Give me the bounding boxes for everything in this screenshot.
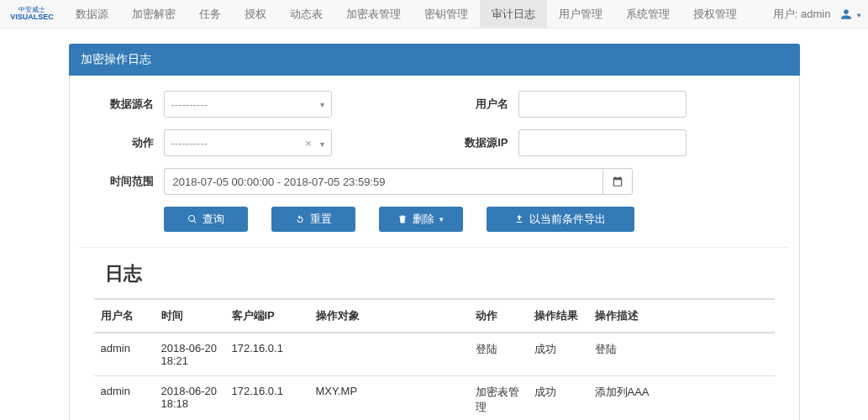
nav-item-10[interactable]: 授权管理 [681, 0, 749, 29]
export-icon [514, 214, 524, 224]
label-datasource: 数据源名 [80, 97, 164, 112]
cell-obj [309, 333, 469, 376]
current-user-label: 用户: admin [773, 7, 831, 22]
cell-user: admin [94, 333, 155, 376]
cell-res: 成功 [528, 376, 588, 421]
col-header: 动作 [469, 299, 528, 333]
cell-obj: MXY.MP [309, 376, 469, 421]
export-button[interactable]: 以当前条件导出 [487, 207, 634, 232]
cell-act: 登陆 [469, 333, 528, 376]
daterange-input[interactable] [164, 168, 602, 195]
col-header: 时间 [155, 299, 225, 333]
log-table-body: admin2018-06-20 18:21172.16.0.1登陆成功登陆adm… [94, 333, 775, 420]
col-header: 操作描述 [588, 299, 775, 333]
table-row: admin2018-06-20 18:21172.16.0.1登陆成功登陆 [94, 333, 775, 376]
cell-time: 2018-06-20 18:21 [155, 333, 225, 376]
label-action: 动作 [80, 135, 164, 150]
label-username: 用户名 [434, 97, 518, 112]
col-header: 用户名 [94, 299, 155, 333]
label-timerange: 时间范围 [80, 174, 164, 189]
brand-logo: 中安威士 VISUALSEC [7, 3, 57, 25]
panel-title: 加密操作日志 [69, 44, 800, 76]
log-table-header: 用户名时间客户端IP操作对象动作操作结果操作描述 [94, 299, 775, 333]
nav-item-3[interactable]: 授权 [233, 0, 278, 29]
nav-items: 数据源加密解密任务授权动态表加密表管理密钥管理审计日志用户管理系统管理授权管理 [64, 0, 749, 29]
nav-item-8[interactable]: 用户管理 [547, 0, 614, 29]
divider [80, 247, 789, 248]
cell-time: 2018-06-20 18:18 [155, 376, 225, 421]
top-navbar: 中安威士 VISUALSEC 数据源加密解密任务授权动态表加密表管理密钥管理审计… [0, 0, 868, 29]
label-ip: 数据源IP [434, 135, 518, 150]
reset-button[interactable]: 重置 [271, 207, 355, 232]
calendar-icon[interactable] [602, 168, 633, 195]
search-icon [187, 214, 197, 224]
nav-item-2[interactable]: 任务 [187, 0, 233, 29]
nav-item-1[interactable]: 加密解密 [120, 0, 187, 29]
log-table: 用户名时间客户端IP操作对象动作操作结果操作描述 admin2018-06-20… [94, 298, 775, 420]
cell-res: 成功 [528, 333, 588, 376]
nav-item-6[interactable]: 密钥管理 [413, 0, 480, 29]
cell-desc: 添加列AAA [588, 376, 775, 421]
chevron-down-icon: ▾ [320, 139, 324, 149]
cell-user: admin [94, 376, 155, 421]
nav-item-9[interactable]: 系统管理 [614, 0, 681, 29]
datasource-select[interactable]: ---------- ▾ [164, 91, 332, 118]
caret-down-icon: ▾ [439, 215, 444, 223]
nav-item-0[interactable]: 数据源 [64, 0, 120, 29]
cell-act: 加密表管理 [469, 376, 528, 421]
refresh-icon [295, 214, 305, 224]
query-button[interactable]: 查询 [164, 207, 248, 232]
table-row: admin2018-06-20 18:18172.16.0.1MXY.MP加密表… [94, 376, 775, 421]
chevron-down-icon: ▾ [320, 100, 324, 109]
col-header: 操作结果 [528, 299, 588, 333]
nav-item-7[interactable]: 审计日志 [480, 0, 547, 29]
nav-item-4[interactable]: 动态表 [278, 0, 334, 29]
trash-icon [397, 214, 408, 224]
col-header: 操作对象 [309, 299, 469, 333]
cell-ip: 172.16.0.1 [225, 376, 309, 421]
col-header: 客户端IP [225, 299, 309, 333]
ip-input[interactable] [518, 129, 687, 156]
username-input[interactable] [518, 91, 687, 118]
nav-item-5[interactable]: 加密表管理 [334, 0, 413, 29]
delete-button[interactable]: 删除 ▾ [379, 207, 463, 232]
cell-desc: 登陆 [588, 333, 775, 376]
user-menu-icon[interactable]: ▾ [840, 8, 861, 21]
log-heading: 日志 [105, 261, 789, 286]
clear-icon[interactable]: × [305, 137, 312, 150]
action-select[interactable]: ---------- × ▾ [164, 129, 332, 156]
cell-ip: 172.16.0.1 [225, 333, 309, 376]
